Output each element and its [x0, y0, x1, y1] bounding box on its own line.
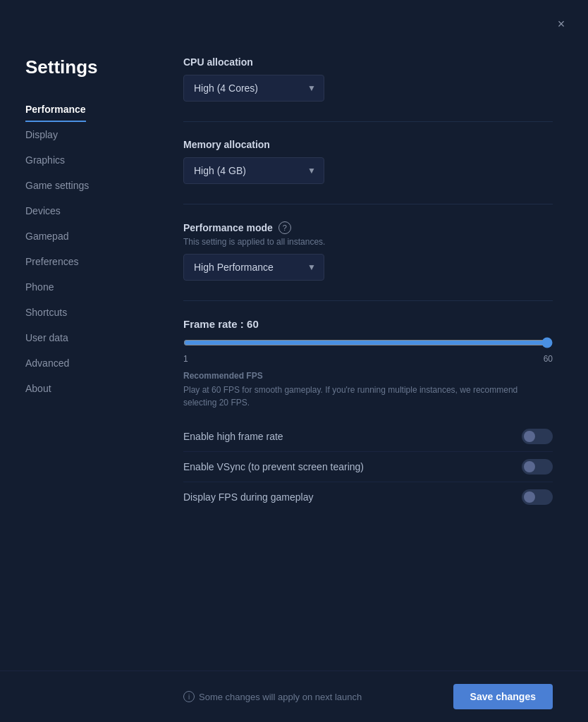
toggle-row-high-frame-rate: Enable high frame rate [183, 422, 553, 452]
cpu-allocation-section: CPU allocation High (4 Cores)Medium (2 C… [183, 56, 553, 102]
sidebar-item-preferences[interactable]: Preferences [25, 250, 78, 274]
fps-recommended-desc: Play at 60 FPS for smooth gameplay. If y… [183, 384, 553, 409]
performance-mode-help-icon[interactable]: ? [278, 221, 291, 234]
toggle-high-frame-rate[interactable] [522, 429, 553, 444]
toggle-label-high-frame-rate: Enable high frame rate [183, 431, 283, 442]
toggle-row-display-fps: Display FPS during gameplay [183, 482, 553, 512]
divider-2 [183, 204, 553, 204]
footer-note: i Some changes will apply on next launch [183, 691, 362, 702]
sidebar-item-game-settings[interactable]: Game settings [25, 174, 89, 198]
performance-mode-dropdown-wrapper: High PerformanceBalancedPower Saving ▼ [183, 254, 324, 281]
toggle-track-high-frame-rate[interactable] [522, 429, 553, 444]
toggle-track-vsync[interactable] [522, 459, 553, 475]
toggle-row-vsync: Enable VSync (to prevent screen tearing) [183, 452, 553, 482]
cpu-allocation-dropdown-wrapper: High (4 Cores)Medium (2 Cores)Low (1 Cor… [183, 75, 324, 102]
performance-mode-label: Performance mode [183, 222, 273, 233]
frame-rate-title: Frame rate : 60 [183, 318, 553, 330]
memory-allocation-dropdown-wrapper: High (4 GB)Medium (2 GB)Low (1 GB) ▼ [183, 157, 324, 184]
memory-allocation-section: Memory allocation High (4 GB)Medium (2 G… [183, 139, 553, 184]
performance-mode-select[interactable]: High PerformanceBalancedPower Saving [183, 254, 324, 281]
slider-min-label: 1 [183, 354, 188, 364]
sidebar-item-devices[interactable]: Devices [25, 200, 61, 224]
sidebar-item-phone[interactable]: Phone [25, 276, 54, 300]
sidebar-item-user-data[interactable]: User data [25, 326, 68, 350]
nav-list: PerformanceDisplayGraphicsGame settingsD… [25, 98, 155, 401]
cpu-allocation-label: CPU allocation [183, 56, 553, 68]
toggle-knob-display-fps [524, 491, 535, 503]
divider-3 [183, 300, 553, 301]
sidebar-item-display[interactable]: Display [25, 123, 58, 147]
page-title: Settings [25, 56, 155, 78]
memory-allocation-label: Memory allocation [183, 139, 553, 150]
frame-rate-slider[interactable] [183, 337, 553, 348]
performance-mode-header: Performance mode ? [183, 221, 553, 234]
sidebar-item-advanced[interactable]: Advanced [25, 352, 69, 376]
toggle-list: Enable high frame rateEnable VSync (to p… [183, 422, 553, 512]
toggle-label-display-fps: Display FPS during gameplay [183, 491, 313, 503]
sidebar-item-performance[interactable]: Performance [25, 98, 86, 122]
slider-labels: 1 60 [183, 354, 553, 364]
save-changes-button[interactable]: Save changes [453, 684, 553, 709]
sidebar-item-shortcuts[interactable]: Shortcuts [25, 301, 67, 325]
sidebar: Settings PerformanceDisplayGraphicsGame … [0, 56, 155, 642]
performance-mode-section: Performance mode ? This setting is appli… [183, 221, 553, 281]
memory-allocation-select[interactable]: High (4 GB)Medium (2 GB)Low (1 GB) [183, 157, 324, 184]
frame-rate-section: Frame rate : 60 1 60 Recommended FPS Pla… [183, 318, 553, 512]
content-area: Settings PerformanceDisplayGraphicsGame … [0, 0, 588, 642]
toggle-vsync[interactable] [522, 459, 553, 475]
sidebar-item-about[interactable]: About [25, 377, 51, 401]
sidebar-item-graphics[interactable]: Graphics [25, 149, 65, 173]
footer-note-text: Some changes will apply on next launch [199, 692, 362, 702]
toggle-display-fps[interactable] [522, 489, 553, 505]
slider-max-label: 60 [544, 354, 553, 364]
info-icon: i [183, 691, 195, 702]
toggle-knob-high-frame-rate [524, 431, 535, 442]
settings-window: × Settings PerformanceDisplayGraphicsGam… [0, 0, 588, 722]
performance-mode-hint: This setting is applied to all instances… [183, 237, 553, 247]
toggle-knob-vsync [524, 461, 535, 472]
main-content: CPU allocation High (4 Cores)Medium (2 C… [155, 56, 588, 642]
fps-recommended-title: Recommended FPS [183, 371, 553, 381]
cpu-allocation-select[interactable]: High (4 Cores)Medium (2 Cores)Low (1 Cor… [183, 75, 324, 102]
sidebar-item-gamepad[interactable]: Gamepad [25, 225, 68, 249]
footer-bar: i Some changes will apply on next launch… [0, 671, 588, 722]
toggle-track-display-fps[interactable] [522, 489, 553, 505]
divider-1 [183, 121, 553, 122]
close-button[interactable]: × [551, 14, 571, 34]
toggle-label-vsync: Enable VSync (to prevent screen tearing) [183, 461, 364, 472]
